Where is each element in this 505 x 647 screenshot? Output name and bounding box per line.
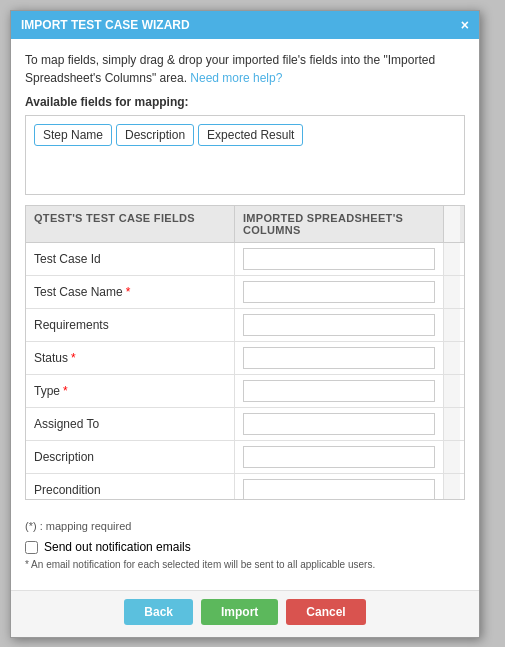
notification-label[interactable]: Send out notification emails — [44, 540, 191, 554]
notification-note: * An email notification for each selecte… — [25, 558, 465, 572]
field-tag-description[interactable]: Description — [116, 124, 194, 146]
row-scroll-2 — [444, 309, 460, 341]
modal-body: To map fields, simply drag & drop your i… — [11, 39, 479, 512]
col2-header: IMPORTED SPREADSHEET'S COLUMNS — [235, 206, 444, 242]
field-tag-expected-result[interactable]: Expected Result — [198, 124, 303, 146]
table-row: Description — [26, 441, 464, 474]
cancel-button[interactable]: Cancel — [286, 599, 365, 625]
mapping-input-precondition[interactable] — [235, 474, 444, 500]
available-fields-label: Available fields for mapping: — [25, 95, 465, 109]
back-button[interactable]: Back — [124, 599, 193, 625]
button-row: Back Import Cancel — [11, 590, 479, 637]
field-name-assigned-to: Assigned To — [26, 408, 235, 440]
notification-checkbox[interactable] — [25, 541, 38, 554]
modal-header: IMPORT TEST CASE WIZARD × — [11, 11, 479, 39]
modal-overlay: IMPORT TEST CASE WIZARD × To map fields,… — [0, 0, 505, 647]
field-tag-step-name[interactable]: Step Name — [34, 124, 112, 146]
fields-drop-area: Step Name Description Expected Result — [25, 115, 465, 195]
field-name-status: Status * — [26, 342, 235, 374]
mapping-input-assigned-to[interactable] — [235, 408, 444, 440]
notification-checkbox-row: Send out notification emails — [25, 540, 465, 554]
row-scroll-4 — [444, 375, 460, 407]
table-header-row: QTEST'S TEST CASE FIELDS IMPORTED SPREAD… — [26, 206, 464, 243]
table-row: Requirements — [26, 309, 464, 342]
table-row: Assigned To — [26, 408, 464, 441]
row-scroll-3 — [444, 342, 460, 374]
row-scroll-6 — [444, 441, 460, 473]
mapping-text-input[interactable] — [243, 281, 435, 303]
mapping-table: QTEST'S TEST CASE FIELDS IMPORTED SPREAD… — [25, 205, 465, 500]
intro-paragraph: To map fields, simply drag & drop your i… — [25, 51, 465, 87]
modal-title: IMPORT TEST CASE WIZARD — [21, 18, 190, 32]
table-row: Test Case Id — [26, 243, 464, 276]
required-star: * — [126, 285, 131, 299]
mapping-input-requirements[interactable] — [235, 309, 444, 341]
field-name-test-case-id: Test Case Id — [26, 243, 235, 275]
field-name-precondition: Precondition — [26, 474, 235, 500]
row-scroll-0 — [444, 243, 460, 275]
mapping-input-status[interactable] — [235, 342, 444, 374]
row-scroll-5 — [444, 408, 460, 440]
mapping-input-description[interactable] — [235, 441, 444, 473]
col1-header: QTEST'S TEST CASE FIELDS — [26, 206, 235, 242]
mapping-input-type[interactable] — [235, 375, 444, 407]
scrollbar-header — [444, 206, 460, 242]
table-row: Precondition — [26, 474, 464, 500]
required-star: * — [71, 351, 76, 365]
mapping-text-input[interactable] — [243, 479, 435, 500]
field-name-requirements: Requirements — [26, 309, 235, 341]
import-button[interactable]: Import — [201, 599, 278, 625]
mapping-input-test-case-name[interactable] — [235, 276, 444, 308]
row-scroll-7 — [444, 474, 460, 500]
mapping-input-test-case-id[interactable] — [235, 243, 444, 275]
field-name-type: Type * — [26, 375, 235, 407]
mapping-text-input[interactable] — [243, 446, 435, 468]
field-name-description: Description — [26, 441, 235, 473]
required-star: * — [63, 384, 68, 398]
row-scroll-1 — [444, 276, 460, 308]
table-row: Status * — [26, 342, 464, 375]
close-icon[interactable]: × — [461, 18, 469, 32]
mapping-text-input[interactable] — [243, 248, 435, 270]
table-row: Test Case Name * — [26, 276, 464, 309]
mapping-text-input[interactable] — [243, 413, 435, 435]
mapping-text-input[interactable] — [243, 314, 435, 336]
mapping-text-input[interactable] — [243, 347, 435, 369]
help-link[interactable]: Need more help? — [190, 71, 282, 85]
footer-section: (*) : mapping required Send out notifica… — [11, 512, 479, 590]
import-wizard-modal: IMPORT TEST CASE WIZARD × To map fields,… — [10, 10, 480, 638]
table-row: Type * — [26, 375, 464, 408]
mapping-note: (*) : mapping required — [25, 520, 465, 532]
mapping-text-input[interactable] — [243, 380, 435, 402]
field-name-test-case-name: Test Case Name * — [26, 276, 235, 308]
